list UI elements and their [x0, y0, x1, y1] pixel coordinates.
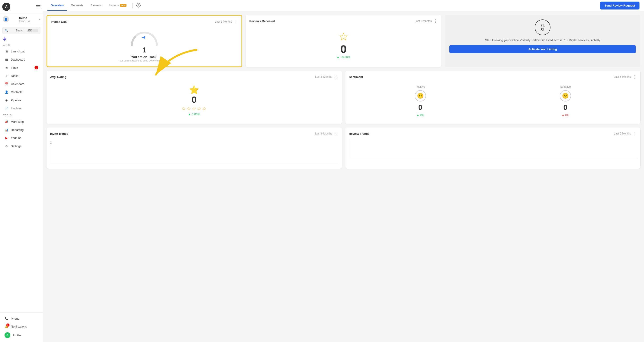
profile-avatar: G [4, 332, 10, 338]
notifications-badge: 2 [6, 323, 10, 327]
invoices-icon: 📄 [4, 106, 8, 110]
listings-new-badge: NEW [120, 4, 126, 7]
sidebar-header: A [0, 0, 43, 14]
invite-trends-content: 2 [50, 138, 338, 165]
avg-rating-menu[interactable]: ⋮ [334, 74, 338, 79]
sidebar-item-label: Profile [13, 334, 21, 337]
gauge-container: 1 You are on Track! Your current goal is… [51, 27, 238, 63]
sidebar-item-invoices[interactable]: 📄 Invoices [1, 104, 41, 112]
star-4: ☆ [197, 106, 202, 112]
review-trends-card: Review Trends Last 6 Months ⋮ [346, 128, 640, 169]
send-review-request-button[interactable]: Send Review Request [600, 2, 640, 10]
tab-reviews[interactable]: Reviews [88, 1, 105, 11]
sentiment-content: Positive 🙂 0 ▲ 0% Negative 🙁 0 ▲ [349, 82, 637, 120]
sidebar-item-launchpad[interactable]: ⊞ Launchpad [1, 48, 41, 55]
star-1: ☆ [182, 106, 186, 112]
gauge-svg [128, 29, 160, 47]
sidebar-item-dashboard[interactable]: ▦ Dashboard [1, 56, 41, 63]
yext-logo: YEXT [535, 20, 550, 35]
dashboard-icon: ▦ [4, 57, 8, 62]
invites-goal-header: Invites Goal Last 6 Months ⋮ [51, 19, 238, 24]
inbox-icon: ✉ [4, 66, 8, 70]
invite-trends-period: Last 6 Months [315, 132, 332, 135]
sidebar-item-calendars[interactable]: 📅 Calendars [1, 80, 41, 88]
avg-rating-number: 0 [192, 95, 196, 105]
sidebar-item-notifications[interactable]: 🔔 2 Notifications [1, 322, 41, 330]
tasks-icon: ✔ [4, 74, 8, 78]
avg-rating-coins-icon: ⭐ [189, 85, 199, 95]
review-trends-chart [349, 140, 637, 158]
review-trends-content [349, 138, 637, 160]
avg-rating-content: ⭐ 0 ☆ ☆ ☆ ☆ ☆ ▲ 0.00% [50, 82, 338, 120]
settings-gear-icon[interactable] [136, 3, 141, 8]
star-icon: ☆ [338, 30, 348, 43]
avg-rating-stars: ☆ ☆ ☆ ☆ ☆ [182, 106, 207, 112]
sidebar-item-marketing[interactable]: 📣 Marketing [1, 118, 41, 125]
inbox-badge: 0 [34, 66, 38, 69]
yext-card: YEXT Start Growing your Online Visibilit… [445, 15, 640, 67]
avg-rating-growth: ▲ 0.00% [188, 113, 200, 116]
sidebar-item-label: Youtube [11, 136, 22, 140]
pipeline-icon: ◈ [4, 98, 8, 102]
invites-goal-card: Invites Goal Last 6 Months ⋮ [46, 15, 242, 67]
top-nav: Overview Requests Reviews Listings NEW S… [43, 0, 644, 11]
sentiment-title: Sentiment [349, 75, 363, 79]
user-name: Demo [19, 16, 30, 20]
contacts-icon: 👤 [4, 90, 8, 94]
reviews-received-content: ☆ 0 ▲ +0.00% [250, 26, 438, 63]
invites-goal-menu[interactable]: ⋮ [234, 19, 238, 24]
positive-face-icon: 🙂 [415, 90, 426, 102]
sidebar-item-phone[interactable]: 📞 Phone [1, 315, 41, 322]
search-bar[interactable]: 🔍 Search ⌘K [2, 27, 40, 34]
sidebar-item-label: Pipeline [11, 99, 21, 102]
reviews-growth: ▲ +0.00% [336, 55, 350, 59]
sidebar-item-label: Inbox [11, 66, 18, 69]
positive-pct: ▲ 0% [416, 114, 424, 117]
svg-marker-0 [3, 38, 6, 41]
invite-trends-menu[interactable]: ⋮ [334, 131, 338, 136]
reporting-icon: 📊 [4, 128, 8, 132]
user-info[interactable]: 👤 Demo Irvine, CA ▾ [0, 14, 43, 25]
sidebar-item-label: Invoices [11, 107, 22, 110]
invite-trends-title: Invite Trends [50, 132, 68, 135]
sidebar-item-tasks[interactable]: ✔ Tasks [1, 72, 41, 80]
negative-label: Negative [560, 85, 570, 88]
avg-rating-title: Avg. Rating [50, 75, 66, 79]
review-trends-header: Review Trends Last 6 Months ⋮ [349, 131, 637, 136]
sidebar-item-label: Phone [11, 317, 20, 320]
positive-label: Positive [416, 85, 425, 88]
sidebar-item-label: Tasks [11, 74, 18, 78]
sidebar-item-pipeline[interactable]: ◈ Pipeline [1, 96, 41, 104]
sidebar-item-reporting[interactable]: 📊 Reporting [1, 126, 41, 134]
sidebar-item-youtube[interactable]: ▶ Youtube [1, 134, 41, 142]
sidebar-item-profile[interactable]: G Profile [1, 330, 41, 340]
review-trends-menu[interactable]: ⋮ [633, 131, 637, 136]
sidebar-item-contacts[interactable]: 👤 Contacts [1, 88, 41, 96]
gauge-track-text: You are on Track! [131, 55, 158, 59]
sentiment-menu[interactable]: ⋮ [633, 74, 637, 79]
reviews-received-menu[interactable]: ⋮ [434, 19, 438, 24]
avg-rating-period: Last 6 Months [315, 75, 332, 79]
invites-goal-title: Invites Goal [51, 20, 68, 24]
user-chevron: ▾ [39, 18, 40, 21]
lightning-icon[interactable] [3, 37, 7, 41]
gauge-sub-text: Your current goal is to send 20 review r… [118, 59, 170, 62]
hamburger-button[interactable] [36, 5, 40, 8]
reviews-received-period: Last 6 Months [415, 20, 432, 23]
sidebar-bottom: 📞 Phone 🔔 2 Notifications G Profile [0, 312, 43, 342]
activate-yext-button[interactable]: Activate Yext Listing [449, 45, 636, 53]
tab-overview[interactable]: Overview [48, 1, 67, 11]
phone-icon: 📞 [4, 316, 8, 320]
main: Overview Requests Reviews Listings NEW S… [43, 0, 644, 342]
tab-listings[interactable]: Listings NEW [106, 1, 130, 11]
sidebar-item-label: Reporting [11, 128, 24, 132]
yext-description: Start Growing your Online Visibility Tod… [485, 38, 600, 43]
review-trends-period: Last 6 Months [614, 132, 631, 135]
tab-requests[interactable]: Requests [68, 1, 86, 11]
nav-divider [132, 3, 132, 8]
youtube-icon: ▶ [4, 136, 8, 140]
avg-rating-card: Avg. Rating Last 6 Months ⋮ ⭐ 0 ☆ ☆ ☆ ☆ … [46, 71, 342, 124]
sidebar-item-inbox[interactable]: ✉ Inbox 0 [1, 64, 41, 72]
notifications-icon: 🔔 2 [4, 324, 8, 328]
sidebar-item-settings[interactable]: ⚙ Settings [1, 142, 41, 150]
